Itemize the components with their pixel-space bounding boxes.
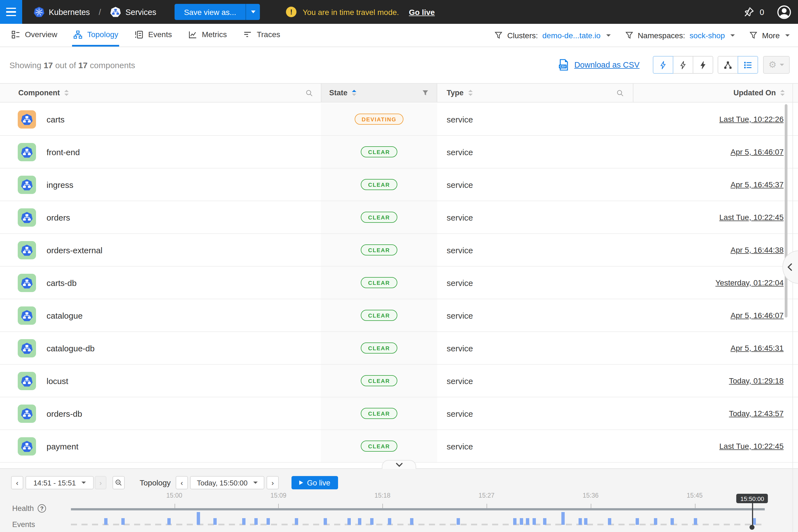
search-icon[interactable] [305, 89, 313, 97]
hamburger-menu-button[interactable] [0, 0, 22, 24]
updated-on-link[interactable]: Last Tue, 10:22:45 [719, 442, 784, 451]
column-header-state[interactable]: State [321, 84, 437, 102]
component-name[interactable]: carts-db [46, 278, 76, 287]
component-header-label: Component [18, 89, 60, 97]
events-timeline-line [71, 524, 765, 525]
table-row[interactable]: carts DEVIATING service Last Tue, 10:22:… [0, 103, 798, 136]
table-row[interactable]: carts-db CLEAR service Yesterday, 01:22:… [0, 267, 798, 299]
table-row[interactable]: payment CLEAR service Last Tue, 10:22:45 [0, 430, 798, 463]
warning-icon: ! [286, 7, 297, 17]
save-view-dropdown-caret[interactable] [246, 4, 260, 20]
state-badge: DEVIATING [355, 114, 403, 125]
tab-topology[interactable]: Topology [72, 24, 119, 46]
sort-arrows[interactable] [64, 90, 69, 96]
search-icon[interactable] [616, 89, 624, 97]
component-name[interactable]: catalogue [46, 310, 82, 320]
component-name[interactable]: catalogue-db [46, 343, 94, 353]
bolt-outline-dark-button[interactable] [673, 56, 693, 74]
save-view-as-label[interactable]: Save view as... [174, 4, 246, 20]
showing-count-text: Showing 17 out of 17 components [10, 60, 135, 70]
type-cell: service [437, 299, 633, 331]
sort-arrows[interactable] [780, 90, 785, 96]
go-live-link[interactable]: Go live [409, 7, 435, 16]
tab-overview[interactable]: Overview [10, 24, 58, 46]
updated-on-link[interactable]: Apr 5, 16:44:38 [731, 246, 784, 254]
component-name[interactable]: carts [46, 114, 64, 124]
table-row[interactable]: locust CLEAR service Today, 01:29:18 [0, 365, 798, 397]
time-marker-dot[interactable] [750, 525, 755, 530]
table-row[interactable]: orders-db CLEAR service Today, 12:43:57 [0, 397, 798, 430]
component-name[interactable]: ingress [46, 180, 73, 189]
time-marker-badge[interactable]: 15:50:00 [737, 494, 768, 503]
timeline-tick-mark [695, 504, 695, 508]
timeline-collapse-button[interactable] [382, 460, 416, 469]
table-row[interactable]: catalogue-db CLEAR service Apr 5, 16:45:… [0, 332, 798, 365]
sort-arrows[interactable] [468, 90, 472, 96]
range-prev-button[interactable]: ‹ [11, 476, 23, 489]
column-header-component[interactable]: Component [0, 84, 321, 102]
tab-metrics[interactable]: Metrics [187, 24, 228, 46]
updated-on-link[interactable]: Apr 5, 16:45:31 [731, 344, 784, 353]
component-name[interactable]: payment [46, 441, 78, 451]
component-name[interactable]: orders [46, 212, 70, 222]
updated-on-link[interactable]: Last Tue, 10:22:26 [719, 115, 784, 124]
table-row[interactable]: front-end CLEAR service Apr 5, 16:46:07 [0, 136, 798, 169]
event-bar [578, 518, 582, 525]
tab-traces[interactable]: Traces [242, 24, 282, 46]
topology-icon [73, 30, 83, 39]
help-icon[interactable]: ? [38, 504, 46, 513]
component-name[interactable]: locust [46, 376, 68, 385]
column-header-type[interactable]: Type [437, 84, 633, 102]
topology-view-button[interactable] [718, 56, 738, 74]
breadcrumb-kubernetes[interactable]: Kubernetes [49, 7, 90, 16]
service-component-icon [18, 372, 36, 390]
service-component-icon [18, 110, 36, 128]
updated-cell: Last Tue, 10:22:45 [633, 430, 798, 462]
more-filters[interactable]: More [749, 31, 790, 40]
component-name[interactable]: orders-external [46, 245, 102, 255]
component-cell: carts-db [0, 267, 321, 299]
time-marker-line[interactable] [752, 503, 753, 528]
column-header-updated-on[interactable]: Updated On [633, 84, 798, 102]
timeline-track[interactable]: 15:0015:0915:1815:2715:3615:4515:50:00 [71, 469, 765, 532]
table-row[interactable]: catalogue CLEAR service Apr 5, 16:46:07 [0, 299, 798, 332]
download-csv-link[interactable]: CSV Download as CSV [558, 59, 640, 71]
pin-icon[interactable] [743, 6, 755, 18]
event-bar [197, 512, 200, 525]
vertical-scrollbar[interactable] [785, 104, 787, 318]
list-view-button[interactable] [738, 56, 758, 74]
table-row[interactable]: orders-external CLEAR service Apr 5, 16:… [0, 234, 798, 267]
state-badge: CLEAR [361, 179, 397, 190]
settings-gear-button[interactable]: ⚙ [763, 56, 790, 74]
updated-on-link[interactable]: Last Tue, 10:22:45 [719, 213, 784, 222]
save-view-as-button[interactable]: Save view as... [174, 4, 260, 20]
service-component-icon [18, 306, 36, 324]
updated-on-link[interactable]: Apr 5, 16:46:07 [731, 147, 784, 156]
component-name[interactable]: front-end [46, 147, 80, 156]
state-cell: CLEAR [321, 267, 437, 299]
updated-on-link[interactable]: Today, 01:29:18 [729, 376, 784, 385]
filter-funnel-icon [749, 31, 758, 39]
sort-arrows-active[interactable] [352, 90, 356, 96]
table-row[interactable]: orders CLEAR service Last Tue, 10:22:45 [0, 201, 798, 234]
state-filter-funnel-icon[interactable] [422, 89, 429, 96]
timeline-tick-mark [279, 504, 279, 508]
health-row-label: Health ? [12, 504, 46, 513]
bolt-filled-button[interactable] [693, 56, 713, 74]
event-bar [526, 518, 529, 525]
user-avatar[interactable] [777, 5, 791, 19]
component-cell: payment [0, 430, 321, 462]
updated-on-link[interactable]: Apr 5, 16:46:07 [731, 311, 784, 320]
timeline-tick-label: 15:09 [270, 492, 286, 499]
breadcrumb-services[interactable]: Services [126, 7, 156, 16]
component-name[interactable]: orders-db [46, 409, 82, 418]
component-cell: ingress [0, 169, 321, 201]
namespaces-filter[interactable]: Namespaces: sock-shop [625, 31, 735, 40]
tab-events[interactable]: Events [133, 24, 173, 46]
updated-on-link[interactable]: Today, 12:43:57 [729, 409, 784, 418]
updated-on-link[interactable]: Apr 5, 16:45:37 [731, 180, 784, 189]
updated-on-link[interactable]: Yesterday, 01:22:04 [716, 278, 784, 287]
table-row[interactable]: ingress CLEAR service Apr 5, 16:45:37 [0, 169, 798, 201]
clusters-filter[interactable]: Clusters: demo-de...tate.io [495, 31, 611, 40]
bolt-outline-blue-button[interactable] [653, 56, 673, 74]
